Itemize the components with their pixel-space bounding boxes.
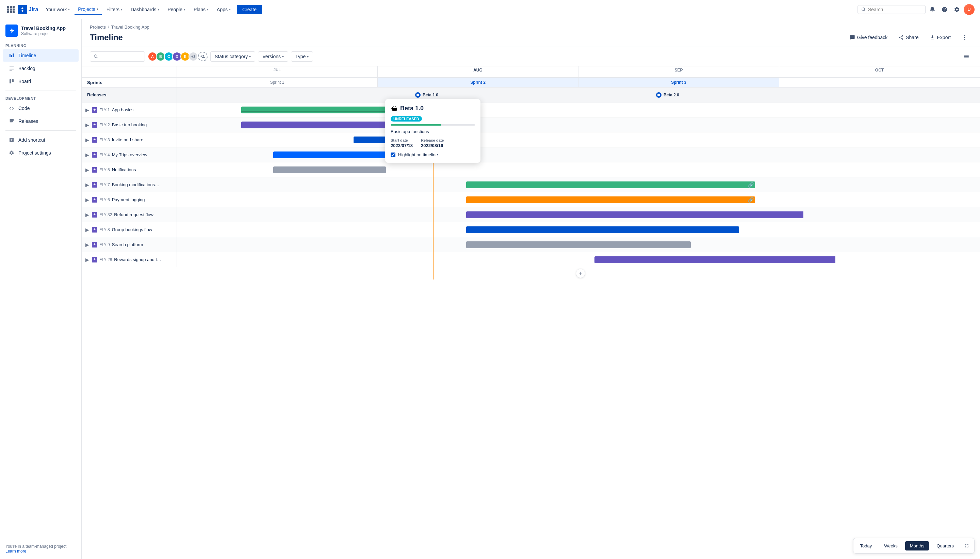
project-settings-icon bbox=[8, 149, 15, 156]
beta-2-dot bbox=[656, 92, 662, 98]
issue-bar[interactable] bbox=[466, 227, 739, 233]
nav-dashboards[interactable]: Dashboards ▾ bbox=[127, 5, 163, 14]
settings-button[interactable] bbox=[952, 4, 962, 15]
nav-plans[interactable]: Plans ▾ bbox=[190, 5, 212, 14]
quarters-button[interactable]: Quarters bbox=[932, 541, 959, 551]
avatar-count[interactable]: +2 bbox=[188, 52, 198, 61]
today-button[interactable]: Today bbox=[855, 541, 877, 551]
expand-icon[interactable]: ▶ bbox=[84, 197, 90, 203]
breadcrumb-projects-link[interactable]: Projects bbox=[90, 25, 106, 30]
status-category-filter[interactable]: Status category ▾ bbox=[210, 51, 255, 61]
expand-icon[interactable]: ▶ bbox=[84, 182, 90, 188]
issue-name[interactable]: Refund request flow bbox=[114, 212, 153, 217]
add-child-button[interactable]: + bbox=[576, 269, 585, 278]
table-row: ▶ FLY-28 Rewards signup and tracking bbox=[82, 252, 980, 267]
unreleased-badge: UNRELEASED bbox=[391, 116, 422, 122]
give-feedback-button[interactable]: Give feedback bbox=[846, 33, 892, 42]
nav-apps[interactable]: Apps ▾ bbox=[213, 5, 234, 14]
expand-button[interactable] bbox=[961, 540, 972, 551]
months-button[interactable]: Months bbox=[905, 541, 929, 551]
issue-label-fly5: ▶ FLY-5 Notifications bbox=[82, 162, 177, 177]
issue-name[interactable]: Payment logging bbox=[112, 197, 145, 202]
issue-name[interactable]: My Trips overview bbox=[112, 152, 147, 157]
link-icon[interactable]: 🔗 bbox=[748, 197, 753, 202]
sidebar-project-settings[interactable]: Project settings bbox=[3, 147, 79, 159]
nav-your-work[interactable]: Your work ▾ bbox=[42, 5, 73, 14]
timeline-settings-button[interactable] bbox=[961, 51, 972, 62]
nav-projects[interactable]: Projects ▾ bbox=[74, 5, 102, 15]
more-options-button[interactable] bbox=[957, 32, 972, 43]
notifications-button[interactable] bbox=[927, 4, 938, 15]
type-filter[interactable]: Type ▾ bbox=[291, 51, 313, 61]
sidebar-item-board[interactable]: Board bbox=[3, 75, 79, 88]
sprint-2-cell[interactable]: Sprint 2 bbox=[378, 78, 579, 87]
issue-name[interactable]: App basics bbox=[112, 107, 134, 112]
expand-icon[interactable]: ▶ bbox=[84, 257, 90, 263]
weeks-button[interactable]: Weeks bbox=[879, 541, 902, 551]
add-member-button[interactable] bbox=[198, 52, 208, 61]
sidebar-item-code[interactable]: Code bbox=[3, 102, 79, 114]
sidebar-item-timeline-label: Timeline bbox=[18, 53, 36, 58]
releases-icon bbox=[8, 118, 15, 125]
sprint-1-cell[interactable]: Sprint 1 bbox=[177, 78, 378, 87]
user-avatar[interactable]: U bbox=[964, 4, 975, 15]
beta-2-marker[interactable]: Beta 2.0 bbox=[656, 92, 679, 98]
issue-type-icon bbox=[92, 257, 97, 263]
month-jul: JUL bbox=[177, 66, 378, 77]
nav-filters[interactable]: Filters ▾ bbox=[103, 5, 126, 14]
main-content: Projects / Travel Booking App Timeline G… bbox=[82, 19, 980, 559]
grid-menu-button[interactable] bbox=[5, 4, 16, 15]
highlight-checkbox-row: Highlight on timeline bbox=[391, 152, 475, 157]
sidebar-item-timeline[interactable]: Timeline bbox=[3, 50, 79, 61]
share-button[interactable]: Share bbox=[894, 33, 922, 42]
issue-name[interactable]: Group bookings flow bbox=[112, 227, 152, 232]
issue-name[interactable]: Search platform bbox=[112, 242, 143, 247]
timeline-container[interactable]: JUL AUG SEP OCT Sprints Sprint 1 Sprint … bbox=[82, 66, 980, 559]
help-button[interactable] bbox=[939, 4, 950, 15]
search-input[interactable] bbox=[868, 7, 919, 12]
beta-1-marker[interactable]: Beta 1.0 bbox=[415, 92, 438, 98]
issue-name[interactable]: Notifications bbox=[112, 167, 136, 172]
issue-bar[interactable] bbox=[273, 152, 402, 158]
issue-timeline bbox=[177, 162, 980, 177]
export-button[interactable]: Export bbox=[926, 33, 955, 42]
expand-icon[interactable]: ▶ bbox=[84, 212, 90, 218]
timeline-toolbar: A B C D E +2 Status category ▾ Versions … bbox=[82, 47, 980, 66]
issue-bar[interactable] bbox=[466, 241, 691, 248]
issue-type-icon bbox=[92, 227, 97, 233]
learn-more-link[interactable]: Learn more bbox=[5, 549, 26, 554]
jira-logo[interactable]: Jira bbox=[18, 5, 38, 14]
issue-type-icon bbox=[92, 212, 97, 218]
link-icon[interactable]: 🔗 bbox=[748, 182, 753, 187]
expand-icon[interactable]: ▶ bbox=[84, 242, 90, 248]
expand-icon[interactable]: ▶ bbox=[84, 152, 90, 158]
breadcrumb-project-link[interactable]: Travel Booking App bbox=[111, 25, 149, 30]
timeline-search-box[interactable] bbox=[90, 51, 145, 61]
versions-filter[interactable]: Versions ▾ bbox=[258, 51, 288, 61]
issue-name[interactable]: Booking modifications flow bbox=[112, 182, 160, 187]
issue-bar[interactable] bbox=[466, 212, 803, 218]
expand-icon[interactable]: ▶ bbox=[84, 107, 90, 113]
issue-name[interactable]: Basic trip booking bbox=[112, 122, 147, 127]
sidebar-item-releases[interactable]: Releases bbox=[3, 115, 79, 127]
nav-people[interactable]: People ▾ bbox=[164, 5, 189, 14]
sidebar-project[interactable]: ✈ Travel Booking App Software project bbox=[0, 19, 81, 41]
issue-name[interactable]: Invite and share bbox=[112, 137, 144, 142]
sidebar-add-shortcut[interactable]: Add shortcut bbox=[3, 134, 79, 146]
issue-name[interactable]: Rewards signup and tracking bbox=[114, 257, 162, 262]
expand-icon[interactable]: ▶ bbox=[84, 227, 90, 233]
expand-icon[interactable]: ▶ bbox=[84, 167, 90, 173]
sprint-3-cell[interactable]: Sprint 3 bbox=[579, 78, 779, 87]
issue-bar[interactable] bbox=[273, 167, 386, 173]
month-header-row: JUL AUG SEP OCT bbox=[82, 66, 980, 78]
issue-bar[interactable]: 🔗 bbox=[466, 197, 756, 203]
create-button[interactable]: Create bbox=[237, 5, 262, 14]
issue-bar[interactable]: 🔗 bbox=[466, 182, 756, 188]
sidebar-item-backlog[interactable]: Backlog bbox=[3, 62, 79, 74]
timeline-search-input[interactable] bbox=[101, 54, 141, 59]
issue-bar[interactable] bbox=[594, 256, 835, 263]
expand-icon[interactable]: ▶ bbox=[84, 137, 90, 143]
search-box[interactable] bbox=[858, 5, 926, 14]
expand-icon[interactable]: ▶ bbox=[84, 122, 90, 128]
highlight-checkbox[interactable] bbox=[391, 152, 395, 157]
